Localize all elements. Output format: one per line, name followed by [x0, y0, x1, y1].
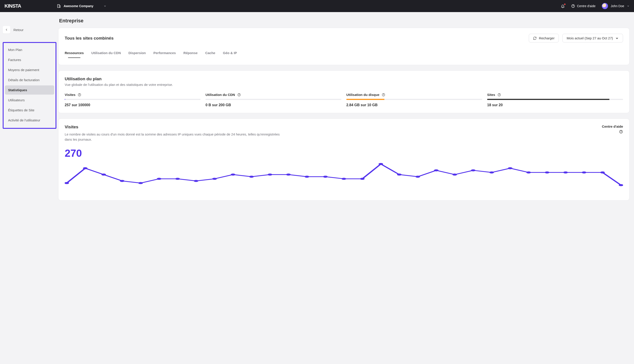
tab-dispersion[interactable]: Dispersion	[128, 49, 146, 58]
plan-usage-card: Utilisation du plan Vue globale de l'uti…	[58, 70, 629, 113]
metric-label: Utilisation du disque	[346, 93, 379, 96]
svg-point-36	[490, 172, 494, 173]
svg-point-18	[157, 178, 161, 180]
svg-rect-0	[58, 4, 60, 8]
tab-cdn[interactable]: Utilisation du CDN	[91, 49, 121, 58]
svg-point-16	[120, 180, 124, 182]
svg-point-24	[268, 174, 272, 175]
company-name: Awesome Company	[64, 4, 93, 8]
svg-point-39	[545, 172, 549, 173]
metric-value: 257 sur 100000	[65, 103, 200, 107]
metric: Utilisation du disque2.84 GB sur 10 GB	[346, 93, 482, 107]
svg-point-26	[305, 176, 309, 178]
reload-label: Recharger	[539, 36, 554, 40]
reload-icon	[533, 36, 537, 40]
back-label: Retour	[14, 28, 24, 32]
svg-point-37	[508, 167, 512, 169]
help-center-label: Centre d'aide	[577, 4, 595, 8]
help-center-link[interactable]: Centre d'aide	[571, 4, 595, 8]
visits-card: Visites Le nombre de visites au cours d'…	[58, 118, 629, 200]
progress-track	[65, 99, 200, 100]
svg-point-19	[175, 178, 179, 180]
sidebar-item-statistiques[interactable]: Statistiques	[5, 86, 54, 94]
overview-card: Tous les sites combinés Recharger Mois a…	[58, 28, 629, 65]
metric-value: 18 sur 20	[487, 103, 623, 107]
help-icon[interactable]	[497, 93, 501, 96]
reload-button[interactable]: Recharger	[529, 34, 559, 42]
page-title: Entreprise	[59, 18, 629, 24]
user-menu[interactable]: John Doe	[602, 3, 629, 9]
tab-performances[interactable]: Performances	[153, 49, 176, 58]
chevron-down-icon	[615, 36, 619, 40]
progress-fill	[65, 99, 65, 100]
svg-point-33	[434, 169, 438, 171]
svg-point-28	[342, 178, 346, 180]
svg-point-22	[231, 174, 235, 175]
svg-point-14	[83, 167, 87, 169]
tab-geo-ip[interactable]: Géo & IP	[223, 49, 237, 58]
overview-title: Tous les sites combinés	[65, 36, 525, 41]
progress-fill	[346, 99, 384, 100]
sidebar-item-moyens-paiement[interactable]: Moyens de paiement	[5, 65, 54, 74]
sidebar-item-etiquettes-site[interactable]: Étiquettes de Site	[5, 106, 54, 115]
period-selector[interactable]: Mois actuel (Sep 27 au Oct 27)	[562, 34, 623, 42]
logo: KINSTA	[5, 3, 21, 9]
help-icon	[571, 4, 575, 8]
svg-point-8	[383, 96, 383, 96]
back-button[interactable]	[3, 26, 10, 34]
svg-point-42	[600, 172, 604, 173]
plan-usage-title: Utilisation du plan	[65, 76, 623, 82]
progress-track	[487, 99, 623, 100]
sidebar-item-mon-plan[interactable]: Mon Plan	[5, 45, 54, 54]
app-header: KINSTA Awesome Company Centre d'aide Joh…	[0, 0, 634, 12]
help-icon[interactable]	[237, 93, 241, 96]
metric-value: 0 B sur 200 GB	[205, 103, 341, 107]
visits-description: Le nombre de visites au cours d'un mois …	[65, 132, 284, 142]
metric: Utilisation du CDN0 B sur 200 GB	[205, 93, 341, 107]
visits-help-link[interactable]: Centre d'aide	[602, 124, 623, 128]
period-label: Mois actuel (Sep 27 au Oct 27)	[567, 36, 613, 40]
metric: Sites18 sur 20	[487, 93, 623, 107]
metric-value: 2.84 GB sur 10 GB	[346, 103, 482, 107]
sidebar-item-factures[interactable]: Factures	[5, 55, 54, 64]
svg-point-20	[194, 180, 198, 182]
user-name: John Doe	[611, 4, 624, 8]
svg-point-32	[416, 176, 420, 178]
visits-total: 270	[65, 147, 623, 159]
sidebar-item-details-facturation[interactable]: Détails de facturation	[5, 75, 54, 84]
sidebar-nav: Mon Plan Factures Moyens de paiement Dét…	[3, 42, 56, 129]
svg-point-38	[527, 172, 531, 173]
visits-title: Visites	[65, 124, 598, 130]
main-content: Entreprise Tous les sites combinés Recha…	[58, 12, 634, 364]
svg-point-34	[453, 174, 457, 175]
visits-chart	[65, 161, 623, 194]
help-icon[interactable]	[382, 93, 385, 96]
svg-point-23	[249, 176, 253, 178]
sidebar-item-utilisateurs[interactable]: Utilisateurs	[5, 96, 54, 105]
company-selector[interactable]: Awesome Company	[57, 4, 106, 8]
tab-reponse[interactable]: Réponse	[183, 49, 197, 58]
svg-point-27	[323, 176, 327, 178]
svg-point-13	[65, 182, 69, 184]
notifications-button[interactable]	[561, 4, 565, 8]
svg-point-30	[379, 163, 383, 165]
tab-cache[interactable]: Cache	[205, 49, 215, 58]
sidebar-item-activite-utilisateur[interactable]: Activité de l'utilisateur	[5, 116, 54, 125]
tab-ressources[interactable]: Ressources	[65, 49, 84, 58]
svg-point-43	[619, 184, 623, 186]
help-icon[interactable]	[78, 93, 81, 96]
svg-point-25	[286, 174, 290, 175]
header-right: Centre d'aide John Doe	[561, 3, 629, 9]
metric: Visites257 sur 100000	[65, 93, 200, 107]
svg-point-29	[360, 178, 364, 180]
chevron-down-icon	[627, 5, 629, 8]
sidebar: Retour Mon Plan Factures Moyens de paiem…	[0, 12, 58, 364]
svg-point-12	[621, 132, 621, 132]
svg-point-35	[471, 169, 475, 171]
progress-fill	[487, 99, 609, 100]
help-icon[interactable]	[619, 130, 623, 134]
metrics-row: Visites257 sur 100000Utilisation du CDN0…	[65, 93, 623, 107]
svg-point-17	[139, 182, 143, 184]
svg-point-41	[582, 172, 586, 173]
svg-point-2	[573, 7, 573, 7]
